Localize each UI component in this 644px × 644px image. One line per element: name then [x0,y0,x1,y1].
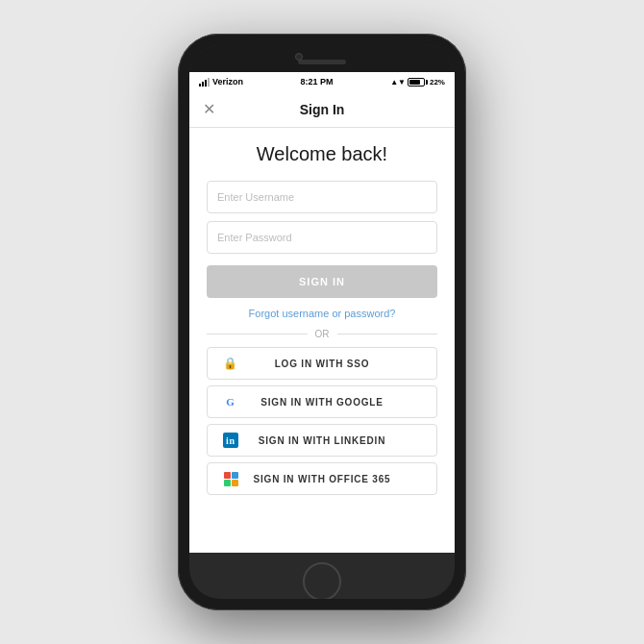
sso-button-label: LOG IN WITH SSO [275,359,370,369]
battery-indicator [408,78,428,87]
carrier-label: Verizon [212,77,243,87]
office-sq-red [224,472,231,479]
divider-line-left [207,334,308,334]
office365-icon [223,471,238,486]
office365-login-button[interactable]: SIGN IN WITH OFFICE 365 [207,462,437,495]
linkedin-icon: in [223,433,238,448]
signal-bar-3 [205,80,207,87]
battery-fill [409,80,420,85]
status-left: Verizon [199,77,243,87]
phone-inner: Verizon 8:21 PM ▲▼ 22% ✕ Sign I [189,45,455,599]
nav-bar: ✕ Sign In [189,91,455,128]
status-time: 8:21 PM [301,77,334,87]
linkedin-icon-area: in [221,431,240,450]
google-login-button[interactable]: G SIGN IN WITH GOOGLE [207,385,437,418]
phone-frame: Verizon 8:21 PM ▲▼ 22% ✕ Sign I [178,34,466,610]
battery-body [408,78,425,87]
office-sq-green [224,480,231,486]
nav-title: Sign In [300,102,345,117]
google-icon: G [223,394,238,409]
office365-icon-area [221,469,240,488]
main-content: Welcome back! SIGN IN Forgot username or… [189,128,455,553]
network-arrows-icon: ▲▼ [390,78,406,87]
sso-login-button[interactable]: 🔒 LOG IN WITH SSO [207,347,437,380]
welcome-heading: Welcome back! [207,143,437,165]
status-bar: Verizon 8:21 PM ▲▼ 22% [189,72,455,91]
phone-camera [295,53,303,61]
signal-bar-2 [202,82,204,87]
or-label: OR [315,329,330,339]
signal-bars [199,78,210,87]
sign-in-button[interactable]: SIGN IN [207,265,437,298]
username-input[interactable] [207,181,437,213]
lock-icon-area: 🔒 [221,354,240,373]
linkedin-login-button[interactable]: in SIGN IN WITH LINKEDIN [207,424,437,457]
office365-button-label: SIGN IN WITH OFFICE 365 [254,474,391,484]
office-sq-orange [232,480,238,486]
password-input[interactable] [207,221,437,254]
phone-top-bar [189,45,455,72]
forgot-password-link[interactable]: Forgot username or password? [207,308,437,319]
google-button-label: SIGN IN WITH GOOGLE [260,397,383,408]
divider-line-right [337,334,438,334]
google-icon-area: G [221,392,240,411]
office-sq-blue [232,472,238,479]
close-button[interactable]: ✕ [203,100,215,118]
lock-icon: 🔒 [223,357,238,370]
home-button[interactable] [303,562,341,599]
status-right: ▲▼ 22% [390,78,445,87]
signal-bar-4 [208,78,210,87]
battery-pct-label: 22% [430,78,445,87]
linkedin-button-label: SIGN IN WITH LINKEDIN [259,435,385,446]
battery-tip [426,80,428,85]
phone-screen: Verizon 8:21 PM ▲▼ 22% ✕ Sign I [189,72,455,553]
signal-bar-1 [199,84,201,87]
phone-speaker [298,60,346,64]
or-divider: OR [207,329,437,339]
office-squares [224,472,238,486]
